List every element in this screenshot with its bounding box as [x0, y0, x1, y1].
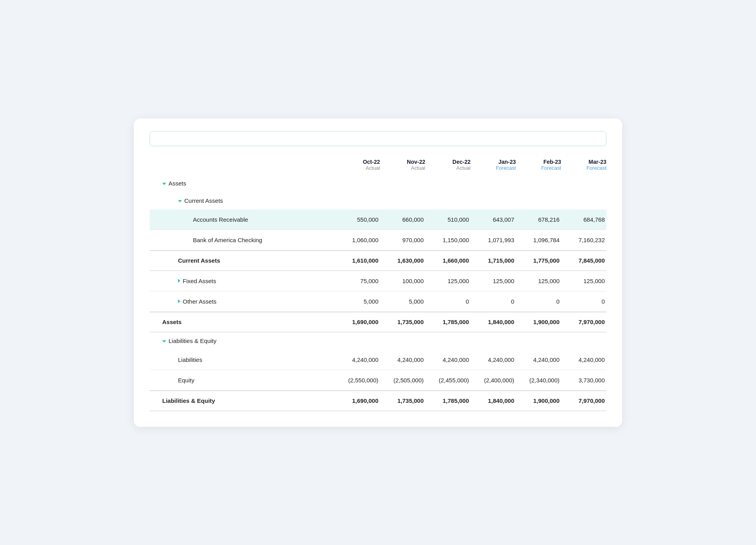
row-accounts-receivable: Accounts Receivable550,000660,000510,000… [150, 209, 606, 230]
cell-assets-total-col3: 1,840,000 [471, 319, 516, 325]
cell-fixed-assets-col4: 125,000 [516, 278, 561, 284]
cell-current-assets-total-col1: 1,630,000 [380, 257, 425, 264]
cell-equity-col2: (2,455,000) [425, 377, 471, 384]
cell-liabilities-equity-total-col2: 1,785,000 [425, 397, 471, 404]
label-equity: Equity [150, 377, 335, 384]
cell-accounts-receivable-col3: 643,007 [471, 216, 516, 223]
cell-other-assets-col3: 0 [471, 298, 516, 305]
cell-fixed-assets-col2: 125,000 [425, 278, 471, 284]
row-liabilities: Liabilities4,240,0004,240,0004,240,0004,… [150, 350, 606, 370]
label-current-assets-total: Current Assets [150, 257, 335, 264]
label-assets-section: Assets [150, 180, 335, 187]
cell-bank-of-america-col5: 7,160,232 [561, 237, 606, 243]
cell-liabilities-col5: 4,240,000 [561, 356, 606, 363]
cell-liabilities-equity-total-col1: 1,735,000 [380, 397, 425, 404]
cell-equity-col3: (2,400,000) [471, 377, 516, 384]
col-header-dec22: Dec-22Actual [425, 159, 471, 171]
cell-fixed-assets-col1: 100,000 [380, 278, 425, 284]
cell-bank-of-america-col0: 1,060,000 [335, 237, 380, 243]
col-header-jan23: Jan-23Forecast [471, 159, 516, 171]
label-assets-total: Assets [150, 319, 335, 325]
row-assets-total: Assets1,690,0001,735,0001,785,0001,840,0… [150, 312, 606, 332]
cell-liabilities-col4: 4,240,000 [516, 356, 561, 363]
chevron-right-icon[interactable] [178, 279, 180, 283]
cell-equity-col4: (2,340,000) [516, 377, 561, 384]
cell-liabilities-col2: 4,240,000 [425, 356, 471, 363]
cell-bank-of-america-col3: 1,071,993 [471, 237, 516, 243]
col-header-oct22: Oct-22Actual [335, 159, 380, 171]
cell-assets-total-col1: 1,735,000 [380, 319, 425, 325]
cell-accounts-receivable-col2: 510,000 [425, 216, 471, 223]
col-header-nov22: Nov-22Actual [380, 159, 425, 171]
col-header-mar23: Mar-23Forecast [561, 159, 606, 171]
cell-other-assets-col0: 5,000 [335, 298, 380, 305]
label-fixed-assets: Fixed Assets [150, 278, 335, 284]
formula-input[interactable] [165, 135, 600, 142]
label-accounts-receivable: Accounts Receivable [150, 216, 335, 223]
cell-equity-col0: (2,550,000) [335, 377, 380, 384]
row-liabilities-equity-total: Liabilities & Equity1,690,0001,735,0001,… [150, 391, 606, 411]
cell-fixed-assets-col5: 125,000 [561, 278, 606, 284]
chevron-right-icon[interactable] [178, 299, 180, 303]
row-other-assets: Other Assets5,0005,0000000 [150, 291, 606, 312]
row-fixed-assets: Fixed Assets75,000100,000125,000125,0001… [150, 271, 606, 291]
chevron-down-icon[interactable] [178, 200, 182, 202]
cell-liabilities-col1: 4,240,000 [380, 356, 425, 363]
row-assets-section: Assets [150, 175, 606, 192]
label-liabilities-equity-section: Liabilities & Equity [150, 337, 335, 344]
cell-assets-total-col2: 1,785,000 [425, 319, 471, 325]
cell-fixed-assets-col3: 125,000 [471, 278, 516, 284]
cell-current-assets-total-col4: 1,775,000 [516, 257, 561, 264]
row-current-assets-section: Current Assets [150, 192, 606, 209]
cell-liabilities-equity-total-col4: 1,900,000 [516, 397, 561, 404]
label-liabilities-equity-total: Liabilities & Equity [150, 397, 335, 404]
table-body: AssetsCurrent AssetsAccounts Receivable5… [150, 175, 606, 411]
formula-bar [150, 131, 606, 146]
cell-current-assets-total-col0: 1,610,000 [335, 257, 380, 264]
cell-liabilities-equity-total-col5: 7,970,000 [561, 397, 606, 404]
label-current-assets-section: Current Assets [150, 197, 335, 204]
col-header-feb23: Feb-23Forecast [516, 159, 561, 171]
cell-current-assets-total-col2: 1,660,000 [425, 257, 471, 264]
cell-liabilities-col3: 4,240,000 [471, 356, 516, 363]
cell-assets-total-col5: 7,970,000 [561, 319, 606, 325]
cell-current-assets-total-col5: 7,845,000 [561, 257, 606, 264]
cell-current-assets-total-col3: 1,715,000 [471, 257, 516, 264]
row-bank-of-america: Bank of America Checking1,060,000970,000… [150, 230, 606, 250]
label-bank-of-america: Bank of America Checking [150, 237, 335, 243]
balance-sheet-table: Oct-22ActualNov-22ActualDec-22ActualJan-… [150, 159, 606, 411]
cell-assets-total-col0: 1,690,000 [335, 319, 380, 325]
table-header: Oct-22ActualNov-22ActualDec-22ActualJan-… [150, 159, 606, 171]
cell-liabilities-equity-total-col0: 1,690,000 [335, 397, 380, 404]
cell-accounts-receivable-col1: 660,000 [380, 216, 425, 223]
cell-equity-col1: (2,505,000) [380, 377, 425, 384]
cell-other-assets-col4: 0 [516, 298, 561, 305]
row-equity: Equity(2,550,000)(2,505,000)(2,455,000)(… [150, 370, 606, 391]
chevron-down-icon[interactable] [162, 340, 166, 343]
cell-other-assets-col2: 0 [425, 298, 471, 305]
cell-liabilities-equity-total-col3: 1,840,000 [471, 397, 516, 404]
cell-bank-of-america-col1: 970,000 [380, 237, 425, 243]
row-liabilities-equity-section: Liabilities & Equity [150, 332, 606, 350]
cell-accounts-receivable-col0: 550,000 [335, 216, 380, 223]
cell-assets-total-col4: 1,900,000 [516, 319, 561, 325]
cell-bank-of-america-col4: 1,096,784 [516, 237, 561, 243]
cell-bank-of-america-col2: 1,150,000 [425, 237, 471, 243]
cell-fixed-assets-col0: 75,000 [335, 278, 380, 284]
cell-accounts-receivable-col4: 678,216 [516, 216, 561, 223]
chevron-down-icon[interactable] [162, 183, 166, 185]
cell-equity-col5: 3,730,000 [561, 377, 606, 384]
balance-sheet-card: Oct-22ActualNov-22ActualDec-22ActualJan-… [134, 119, 622, 427]
cell-liabilities-col0: 4,240,000 [335, 356, 380, 363]
row-current-assets-total: Current Assets1,610,0001,630,0001,660,00… [150, 250, 606, 271]
label-liabilities: Liabilities [150, 356, 335, 363]
cell-accounts-receivable-col5: 684,768 [561, 216, 606, 223]
label-other-assets: Other Assets [150, 298, 335, 305]
cell-other-assets-col1: 5,000 [380, 298, 425, 305]
cell-other-assets-col5: 0 [561, 298, 606, 305]
